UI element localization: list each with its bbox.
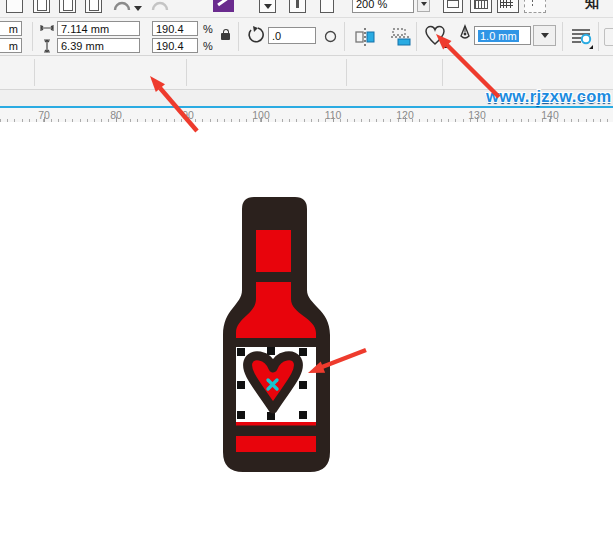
object-x-field[interactable]: m — [0, 21, 22, 36]
clipped-menu-text: 知 — [585, 0, 599, 12]
rotation-angle-field[interactable]: .0 — [268, 27, 316, 44]
ruler-toggle-icon[interactable] — [470, 0, 492, 13]
object-height-field[interactable]: 6.39 mm — [57, 38, 140, 53]
outline-width-dropdown[interactable] — [533, 25, 556, 46]
options-icon[interactable] — [320, 0, 334, 13]
zoom-level-value: 200 % — [356, 0, 387, 10]
standard-toolbar: 200 % 知 — [0, 0, 613, 18]
zoom-level-dropdown[interactable] — [417, 0, 430, 12]
redo-icon[interactable] — [150, 0, 170, 16]
guidelines-toggle-icon[interactable] — [524, 0, 546, 13]
duplicate-icon[interactable] — [85, 0, 102, 13]
paste-icon[interactable] — [33, 0, 50, 13]
undo-icon[interactable] — [112, 0, 132, 16]
drawing-canvas[interactable] — [0, 122, 613, 543]
watermark: www.rjzxw.com — [486, 87, 612, 106]
app-purple-icon[interactable] — [213, 0, 234, 12]
object-y-field[interactable]: m — [0, 38, 22, 53]
export-icon[interactable] — [289, 0, 306, 13]
scale-height-field[interactable]: 190.4 — [152, 38, 198, 53]
window-icon[interactable] — [443, 0, 463, 13]
property-bar: m m 7.114 mm 6.39 mm 190.4 190.4 % % .0 — [0, 18, 613, 56]
outline-width-combo[interactable]: 1.0 mm — [474, 26, 531, 45]
percent-sign: % — [203, 40, 213, 52]
import-icon[interactable] — [259, 0, 276, 13]
wrap-text-icon[interactable] — [568, 23, 594, 50]
object-height-icon — [43, 39, 51, 53]
object-width-icon — [40, 24, 54, 32]
lock-ratio-icon[interactable] — [221, 33, 230, 40]
percent-sign: % — [203, 23, 213, 35]
outline-width-value: 1.0 mm — [478, 30, 519, 42]
flip-horizontal-icon[interactable] — [352, 23, 378, 50]
app-window: 200 % 知 m m 7.114 mm 6.39 mm 190.4 190.4… — [0, 0, 613, 543]
copy-icon[interactable] — [59, 0, 76, 13]
undo-flyout-arrow[interactable] — [134, 6, 142, 11]
clipped-icon — [604, 28, 613, 46]
flip-vertical-icon[interactable] — [388, 23, 414, 50]
save-icon[interactable] — [6, 0, 23, 13]
ellipse-mini-icon[interactable] — [324, 30, 337, 43]
scale-width-field[interactable]: 190.4 — [152, 21, 198, 36]
toolbox: 字 — [0, 56, 613, 90]
horizontal-ruler: 70 80 90 100 110 120 130 140 — [0, 108, 613, 123]
heart-shape-icon[interactable] — [422, 22, 448, 49]
object-width-field[interactable]: 7.114 mm — [57, 21, 140, 36]
rotate-icon — [246, 26, 266, 46]
zoom-level-combo[interactable]: 200 % — [352, 0, 414, 13]
grid-toggle-icon[interactable] — [497, 0, 519, 13]
